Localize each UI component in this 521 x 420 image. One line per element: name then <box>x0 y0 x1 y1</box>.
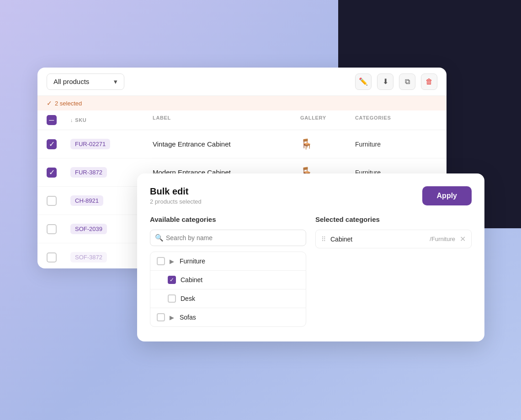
categories-row: Available categories 🔍 ▶ Furniture ✓ Cab… <box>150 215 472 327</box>
row-category-1: Furniture <box>355 141 437 148</box>
selected-category-item: ⠿ Cabinet /Furniture ✕ <box>315 230 472 248</box>
category-name: Desk <box>181 295 195 302</box>
row-checkbox-5[interactable] <box>47 252 70 262</box>
category-list: ▶ Furniture ✓ Cabinet Desk ▶ Sofas <box>150 252 306 327</box>
selection-count: 2 selected <box>55 100 82 107</box>
category-name: Sofas <box>180 314 196 321</box>
bulk-edit-title: Bulk edit <box>150 186 202 197</box>
checkbox-header-col: — <box>47 115 70 125</box>
furniture-checkbox[interactable] <box>157 257 165 265</box>
row-checkbox-1[interactable]: ✓ <box>47 139 70 149</box>
dropdown-label: All products <box>53 78 89 85</box>
bulk-edit-info: Bulk edit 2 products selected <box>150 186 202 205</box>
list-item[interactable]: Desk <box>150 289 306 308</box>
row-sku-1: FUR-02271 <box>70 139 153 149</box>
row-label-1: Vintage Entrance Cabinet <box>153 140 300 148</box>
expand-icon[interactable]: ▶ <box>170 258 174 265</box>
bulk-edit-header: Bulk edit 2 products selected Apply <box>150 186 472 205</box>
selected-categories-col: Selected categories ⠿ Cabinet /Furniture… <box>315 215 472 327</box>
expand-icon[interactable]: ▶ <box>170 314 174 321</box>
categories-header: CATEGORIES <box>355 115 437 125</box>
search-wrap: 🔍 <box>150 230 306 246</box>
remove-category-button[interactable]: ✕ <box>460 235 466 243</box>
delete-button[interactable]: 🗑 <box>421 74 437 90</box>
available-categories-col: Available categories 🔍 ▶ Furniture ✓ Cab… <box>150 215 306 327</box>
desk-checkbox[interactable] <box>168 294 176 303</box>
edit-button[interactable]: ✏️ <box>355 74 372 90</box>
sofas-checkbox[interactable] <box>157 313 165 321</box>
category-name: Cabinet <box>181 276 202 284</box>
list-item[interactable]: ▶ Furniture <box>150 252 306 271</box>
chevron-down-icon: ▾ <box>114 78 117 86</box>
bulk-edit-subtitle: 2 products selected <box>150 198 202 205</box>
row-checkbox-4[interactable] <box>47 224 70 234</box>
row-checkbox-3[interactable] <box>47 196 70 206</box>
selected-cat-name: Cabinet <box>330 236 425 243</box>
selected-categories-title: Selected categories <box>315 215 472 223</box>
selection-bar: ✓ 2 selected <box>37 96 447 110</box>
row-checkbox-2[interactable]: ✓ <box>47 168 70 178</box>
row-gallery-1: 🪑 <box>300 138 355 150</box>
label-header: LABEL <box>153 115 300 125</box>
table-header: — ↓ SKU LABEL GALLERY CATEGORIES <box>37 110 447 130</box>
selected-cat-path: /Furniture <box>430 236 455 242</box>
search-icon: 🔍 <box>155 234 164 242</box>
check-icon: ✓ <box>47 100 52 107</box>
gallery-header: GALLERY <box>300 115 355 125</box>
toolbar: All products ▾ ✏️ ⬇ ⧉ 🗑 <box>37 68 447 96</box>
category-name: Furniture <box>180 257 205 265</box>
search-input[interactable] <box>150 230 306 246</box>
sku-header: ↓ SKU <box>70 115 153 125</box>
select-all-checkbox[interactable]: — <box>47 115 57 125</box>
bulk-edit-panel: Bulk edit 2 products selected Apply Avai… <box>137 173 484 341</box>
available-categories-title: Available categories <box>150 215 306 223</box>
copy-button[interactable]: ⧉ <box>399 74 415 90</box>
cabinet-checkbox[interactable]: ✓ <box>168 276 176 284</box>
sort-icon: ↓ <box>70 117 73 123</box>
apply-button[interactable]: Apply <box>422 186 472 205</box>
table-row: ✓ FUR-02271 Vintage Entrance Cabinet 🪑 F… <box>37 130 447 158</box>
list-item[interactable]: ▶ Sofas <box>150 308 306 326</box>
download-button[interactable]: ⬇ <box>377 74 393 90</box>
drag-icon: ⠿ <box>321 236 326 243</box>
all-products-dropdown[interactable]: All products ▾ <box>47 74 124 90</box>
list-item[interactable]: ✓ Cabinet <box>150 271 306 289</box>
